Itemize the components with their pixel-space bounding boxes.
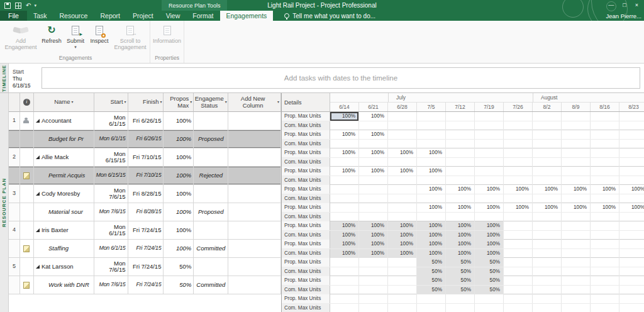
timephased-cell[interactable] xyxy=(388,158,417,167)
indicator-cell[interactable] xyxy=(20,185,34,203)
resource-row[interactable]: 3Cody MoresbyMon 7/6/15Fri 8/28/15100% xyxy=(9,185,281,203)
timephased-cell[interactable]: 100% xyxy=(446,185,475,194)
timephased-cell[interactable]: 100% xyxy=(417,148,446,157)
timephased-cell[interactable] xyxy=(388,140,417,149)
timephased-cell[interactable] xyxy=(619,267,644,277)
timephased-cell[interactable] xyxy=(591,112,619,121)
timephased-cell[interactable]: 100% xyxy=(475,240,504,248)
timephased-cell[interactable] xyxy=(388,176,417,186)
timephased-cell[interactable] xyxy=(388,121,417,131)
timephased-cell[interactable]: 100% xyxy=(330,231,359,240)
expand-icon[interactable] xyxy=(36,228,40,232)
timephased-cell[interactable]: 50% xyxy=(475,276,504,285)
timephased-cell[interactable] xyxy=(330,203,359,212)
undo-icon[interactable]: ↶ xyxy=(26,3,31,9)
timephased-cell[interactable] xyxy=(562,140,591,149)
row-number[interactable] xyxy=(9,167,20,185)
engagement-status-cell[interactable]: Rejected xyxy=(194,167,228,185)
timephased-cell[interactable] xyxy=(359,194,388,204)
timephased-cell[interactable] xyxy=(446,194,475,204)
timephased-cell[interactable] xyxy=(359,286,388,295)
start-cell[interactable]: Mon 7/6/15 xyxy=(94,276,128,294)
timephased-cell[interactable] xyxy=(533,140,562,149)
timephased-cell[interactable] xyxy=(562,213,591,222)
name-cell[interactable]: Accountant xyxy=(34,112,94,130)
timephased-cell[interactable] xyxy=(417,304,446,312)
tab-project[interactable]: Project xyxy=(126,11,160,21)
timephased-cell[interactable] xyxy=(591,258,619,267)
timephased-cell[interactable] xyxy=(388,258,417,267)
qat-dropdown-icon[interactable]: ▾ xyxy=(34,3,36,8)
timephased-cell[interactable] xyxy=(504,121,533,131)
timephased-cell[interactable] xyxy=(504,167,533,176)
timephased-cell[interactable] xyxy=(591,194,619,204)
timephased-cell[interactable] xyxy=(591,249,619,259)
add-new-column-cell[interactable] xyxy=(228,112,281,130)
timephased-cell[interactable] xyxy=(330,158,359,167)
refresh-button[interactable]: ↻Refresh xyxy=(40,21,63,54)
timephased-cell[interactable]: 100% xyxy=(330,112,359,121)
finish-cell[interactable]: Fri 7/10/15 xyxy=(128,167,164,185)
timephased-cell[interactable]: 100% xyxy=(417,240,446,248)
timephased-cell[interactable] xyxy=(591,176,619,186)
timephased-cell[interactable] xyxy=(388,194,417,204)
timephased-cell[interactable] xyxy=(619,294,644,303)
timephased-cell[interactable] xyxy=(359,213,388,222)
engagement-row[interactable]: Permit AcquisMon 6/15/15Fri 7/10/15100%R… xyxy=(9,167,281,185)
engagement-status-cell[interactable]: Committed xyxy=(194,240,228,258)
add-new-column-cell[interactable] xyxy=(228,258,281,276)
timephased-cell[interactable]: 100% xyxy=(591,203,619,212)
timephased-cell[interactable]: 100% xyxy=(504,185,533,194)
name-cell[interactable]: Material sour xyxy=(34,203,94,221)
timephased-cell[interactable] xyxy=(533,267,562,277)
timephased-cell[interactable] xyxy=(359,121,388,131)
timephased-cell[interactable] xyxy=(475,140,504,149)
timephased-cell[interactable]: 100% xyxy=(417,185,446,194)
timephased-cell[interactable] xyxy=(446,121,475,131)
timephased-cell[interactable]: 50% xyxy=(446,276,475,285)
timephased-cell[interactable] xyxy=(446,140,475,149)
timephased-cell[interactable]: 100% xyxy=(359,130,388,139)
timephased-cell[interactable] xyxy=(417,121,446,131)
finish-cell[interactable]: Fri 8/28/15 xyxy=(128,185,164,203)
timephased-cell[interactable] xyxy=(388,213,417,222)
add-new-column-cell[interactable] xyxy=(228,240,281,258)
engagement-row[interactable]: Material sourMon 7/6/15Fri 8/28/15100%Pr… xyxy=(9,203,281,221)
timephased-cell[interactable] xyxy=(562,176,591,186)
tab-report[interactable]: Report xyxy=(94,11,126,21)
timephased-cell[interactable] xyxy=(591,294,619,303)
timephased-cell[interactable] xyxy=(619,176,644,186)
timephased-cell[interactable]: 50% xyxy=(446,286,475,295)
tell-me-box[interactable]: Tell me what you want to do... xyxy=(284,11,375,21)
timephased-cell[interactable]: 100% xyxy=(417,231,446,240)
add-new-column-cell[interactable] xyxy=(228,167,281,185)
timephased-cell[interactable] xyxy=(504,158,533,167)
timephased-cell[interactable] xyxy=(533,221,562,230)
resource-plan-pane-label[interactable]: RESOURCE PLAN xyxy=(0,93,9,312)
name-cell[interactable]: Work with DNR xyxy=(34,276,94,294)
timephased-cell[interactable]: 50% xyxy=(417,267,446,277)
timephased-cell[interactable]: 100% xyxy=(359,231,388,240)
timephased-cell[interactable] xyxy=(417,140,446,149)
engagement-row[interactable]: StaffingMon 6/1/15Fri 7/24/15100%Committ… xyxy=(9,240,281,258)
timephased-cell[interactable]: 50% xyxy=(475,258,504,267)
timephased-cell[interactable] xyxy=(562,276,591,285)
timephased-cell[interactable] xyxy=(504,294,533,303)
proposed-max-cell[interactable]: 100% xyxy=(164,167,194,185)
start-cell[interactable]: Mon 6/1/15 xyxy=(94,112,128,130)
timephased-cell[interactable] xyxy=(533,231,562,240)
timephased-cell[interactable] xyxy=(446,167,475,176)
add-new-column-cell[interactable] xyxy=(228,203,281,221)
add-new-column-cell[interactable] xyxy=(228,185,281,203)
timephased-cell[interactable] xyxy=(619,121,644,131)
timephased-cell[interactable] xyxy=(504,176,533,186)
start-cell[interactable]: Mon 7/6/15 xyxy=(94,185,128,203)
row-number-header[interactable] xyxy=(9,93,20,112)
tab-resource[interactable]: Resource xyxy=(53,11,94,21)
expand-icon[interactable] xyxy=(36,265,40,269)
timephased-cell[interactable] xyxy=(475,194,504,204)
timephased-cell[interactable]: 100% xyxy=(330,148,359,157)
timephased-cell[interactable]: 100% xyxy=(533,203,562,212)
start-cell[interactable]: Mon 6/1/15 xyxy=(94,221,128,240)
column-header-propos-max[interactable]: Propos Max▾ xyxy=(164,93,194,112)
